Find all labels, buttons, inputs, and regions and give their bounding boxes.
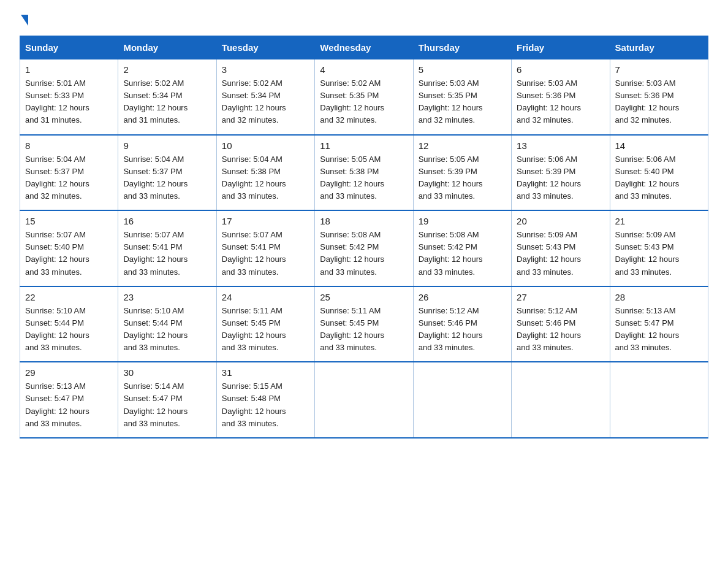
week-row-3: 15Sunrise: 5:07 AMSunset: 5:40 PMDayligh… — [20, 210, 708, 286]
calendar-cell: 17Sunrise: 5:07 AMSunset: 5:41 PMDayligh… — [216, 210, 314, 286]
week-row-1: 1Sunrise: 5:01 AMSunset: 5:33 PMDaylight… — [20, 59, 708, 135]
calendar-cell: 15Sunrise: 5:07 AMSunset: 5:40 PMDayligh… — [20, 210, 118, 286]
day-number: 25 — [320, 292, 408, 302]
day-header-friday: Friday — [512, 36, 610, 59]
day-info: Sunrise: 5:13 AMSunset: 5:47 PMDaylight:… — [25, 381, 89, 427]
day-info: Sunrise: 5:03 AMSunset: 5:36 PMDaylight:… — [615, 79, 680, 124]
calendar-cell — [413, 362, 511, 438]
day-number: 30 — [123, 367, 211, 378]
calendar-cell: 4Sunrise: 5:02 AMSunset: 5:35 PMDaylight… — [315, 59, 413, 135]
calendar-cell: 2Sunrise: 5:02 AMSunset: 5:34 PMDaylight… — [118, 59, 216, 135]
day-info: Sunrise: 5:04 AMSunset: 5:37 PMDaylight:… — [25, 155, 89, 201]
calendar-cell: 12Sunrise: 5:05 AMSunset: 5:39 PMDayligh… — [413, 135, 511, 211]
calendar-cell: 22Sunrise: 5:10 AMSunset: 5:44 PMDayligh… — [20, 286, 118, 362]
day-number: 28 — [615, 292, 703, 302]
day-number: 16 — [123, 216, 211, 226]
day-header-sunday: Sunday — [20, 36, 118, 59]
day-info: Sunrise: 5:01 AMSunset: 5:33 PMDaylight:… — [25, 79, 89, 124]
day-info: Sunrise: 5:06 AMSunset: 5:40 PMDaylight:… — [615, 155, 680, 201]
day-info: Sunrise: 5:08 AMSunset: 5:42 PMDaylight:… — [320, 230, 384, 276]
days-of-week-row: SundayMondayTuesdayWednesdayThursdayFrid… — [20, 36, 708, 59]
calendar-cell: 3Sunrise: 5:02 AMSunset: 5:34 PMDaylight… — [216, 59, 314, 135]
day-number: 18 — [320, 216, 408, 226]
day-number: 26 — [419, 292, 506, 302]
calendar-cell: 18Sunrise: 5:08 AMSunset: 5:42 PMDayligh… — [315, 210, 413, 286]
day-info: Sunrise: 5:07 AMSunset: 5:41 PMDaylight:… — [123, 230, 188, 276]
calendar-cell: 24Sunrise: 5:11 AMSunset: 5:45 PMDayligh… — [216, 286, 314, 362]
calendar-cell: 25Sunrise: 5:11 AMSunset: 5:45 PMDayligh… — [315, 286, 413, 362]
day-number: 9 — [123, 140, 211, 151]
week-row-4: 22Sunrise: 5:10 AMSunset: 5:44 PMDayligh… — [20, 286, 708, 362]
day-header-saturday: Saturday — [610, 36, 708, 59]
calendar-cell: 27Sunrise: 5:12 AMSunset: 5:46 PMDayligh… — [512, 286, 610, 362]
day-number: 31 — [222, 367, 309, 378]
day-number: 6 — [517, 64, 604, 75]
day-info: Sunrise: 5:10 AMSunset: 5:44 PMDaylight:… — [123, 306, 188, 352]
day-number: 7 — [615, 64, 703, 75]
calendar-cell: 20Sunrise: 5:09 AMSunset: 5:43 PMDayligh… — [512, 210, 610, 286]
day-info: Sunrise: 5:07 AMSunset: 5:40 PMDaylight:… — [25, 230, 89, 276]
day-number: 29 — [25, 367, 113, 378]
day-number: 23 — [123, 292, 211, 302]
calendar-cell: 5Sunrise: 5:03 AMSunset: 5:35 PMDaylight… — [413, 59, 511, 135]
day-info: Sunrise: 5:11 AMSunset: 5:45 PMDaylight:… — [222, 306, 286, 352]
calendar-cell: 11Sunrise: 5:05 AMSunset: 5:38 PMDayligh… — [315, 135, 413, 211]
day-number: 12 — [419, 140, 506, 151]
day-number: 21 — [615, 216, 703, 226]
day-number: 8 — [25, 140, 113, 151]
week-row-5: 29Sunrise: 5:13 AMSunset: 5:47 PMDayligh… — [20, 362, 708, 438]
day-number: 19 — [419, 216, 506, 226]
calendar-cell: 8Sunrise: 5:04 AMSunset: 5:37 PMDaylight… — [20, 135, 118, 211]
day-number: 14 — [615, 140, 703, 151]
day-info: Sunrise: 5:05 AMSunset: 5:39 PMDaylight:… — [419, 155, 483, 201]
day-number: 10 — [222, 140, 309, 151]
day-number: 4 — [320, 64, 408, 75]
calendar-cell: 16Sunrise: 5:07 AMSunset: 5:41 PMDayligh… — [118, 210, 216, 286]
day-number: 15 — [25, 216, 113, 226]
day-number: 24 — [222, 292, 309, 302]
calendar-cell: 31Sunrise: 5:15 AMSunset: 5:48 PMDayligh… — [216, 362, 314, 438]
week-row-2: 8Sunrise: 5:04 AMSunset: 5:37 PMDaylight… — [20, 135, 708, 211]
day-number: 3 — [222, 64, 309, 75]
calendar-cell: 23Sunrise: 5:10 AMSunset: 5:44 PMDayligh… — [118, 286, 216, 362]
day-info: Sunrise: 5:12 AMSunset: 5:46 PMDaylight:… — [517, 306, 581, 352]
calendar-cell: 6Sunrise: 5:03 AMSunset: 5:36 PMDaylight… — [512, 59, 610, 135]
day-header-wednesday: Wednesday — [315, 36, 413, 59]
calendar-header: SundayMondayTuesdayWednesdayThursdayFrid… — [20, 36, 708, 59]
day-info: Sunrise: 5:06 AMSunset: 5:39 PMDaylight:… — [517, 155, 581, 201]
day-info: Sunrise: 5:07 AMSunset: 5:41 PMDaylight:… — [222, 230, 286, 276]
day-number: 5 — [419, 64, 506, 75]
day-number: 20 — [517, 216, 604, 226]
calendar-cell: 14Sunrise: 5:06 AMSunset: 5:40 PMDayligh… — [610, 135, 708, 211]
calendar-table: SundayMondayTuesdayWednesdayThursdayFrid… — [20, 36, 708, 439]
day-info: Sunrise: 5:04 AMSunset: 5:38 PMDaylight:… — [222, 155, 286, 201]
day-header-tuesday: Tuesday — [216, 36, 314, 59]
calendar-cell: 1Sunrise: 5:01 AMSunset: 5:33 PMDaylight… — [20, 59, 118, 135]
day-number: 1 — [25, 64, 113, 75]
day-info: Sunrise: 5:05 AMSunset: 5:38 PMDaylight:… — [320, 155, 384, 201]
calendar-cell: 9Sunrise: 5:04 AMSunset: 5:37 PMDaylight… — [118, 135, 216, 211]
calendar-cell: 19Sunrise: 5:08 AMSunset: 5:42 PMDayligh… — [413, 210, 511, 286]
day-info: Sunrise: 5:10 AMSunset: 5:44 PMDaylight:… — [25, 306, 89, 352]
day-number: 11 — [320, 140, 408, 151]
day-header-thursday: Thursday — [413, 36, 511, 59]
logo — [20, 15, 28, 26]
calendar-cell: 10Sunrise: 5:04 AMSunset: 5:38 PMDayligh… — [216, 135, 314, 211]
day-info: Sunrise: 5:03 AMSunset: 5:35 PMDaylight:… — [419, 79, 483, 124]
calendar-body: 1Sunrise: 5:01 AMSunset: 5:33 PMDaylight… — [20, 59, 708, 438]
day-number: 27 — [517, 292, 604, 302]
day-info: Sunrise: 5:09 AMSunset: 5:43 PMDaylight:… — [615, 230, 680, 276]
calendar-cell: 30Sunrise: 5:14 AMSunset: 5:47 PMDayligh… — [118, 362, 216, 438]
day-info: Sunrise: 5:02 AMSunset: 5:34 PMDaylight:… — [222, 79, 286, 124]
day-header-monday: Monday — [118, 36, 216, 59]
day-info: Sunrise: 5:13 AMSunset: 5:47 PMDaylight:… — [615, 306, 680, 352]
logo-triangle-icon — [21, 15, 28, 26]
day-info: Sunrise: 5:15 AMSunset: 5:48 PMDaylight:… — [222, 381, 286, 427]
calendar-cell: 7Sunrise: 5:03 AMSunset: 5:36 PMDaylight… — [610, 59, 708, 135]
calendar-cell: 26Sunrise: 5:12 AMSunset: 5:46 PMDayligh… — [413, 286, 511, 362]
day-info: Sunrise: 5:08 AMSunset: 5:42 PMDaylight:… — [419, 230, 483, 276]
day-number: 22 — [25, 292, 113, 302]
day-info: Sunrise: 5:12 AMSunset: 5:46 PMDaylight:… — [419, 306, 483, 352]
day-number: 13 — [517, 140, 604, 151]
calendar-cell: 13Sunrise: 5:06 AMSunset: 5:39 PMDayligh… — [512, 135, 610, 211]
